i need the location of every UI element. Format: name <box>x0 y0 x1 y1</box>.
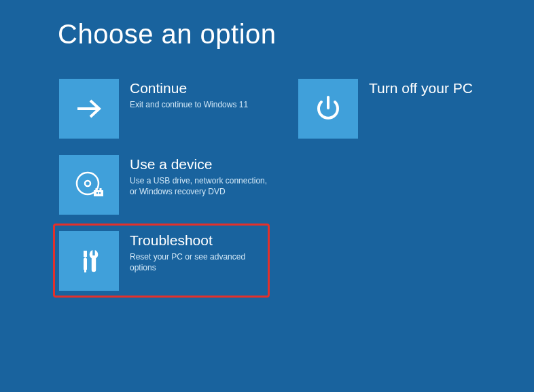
option-troubleshoot-text: Troubleshoot Reset your PC or see advanc… <box>130 231 271 274</box>
svg-rect-11 <box>84 270 86 272</box>
option-use-device-desc: Use a USB drive, network connection, or … <box>130 175 271 197</box>
svg-rect-6 <box>100 188 102 190</box>
option-turnoff-title: Turn off your PC <box>369 80 473 96</box>
grid-spacer <box>298 155 521 215</box>
tools-icon <box>59 231 119 291</box>
option-turnoff-text: Turn off your PC <box>369 79 473 99</box>
option-continue-title: Continue <box>130 80 248 96</box>
options-grid: Continue Exit and continue to Windows 11… <box>59 79 521 291</box>
svg-rect-8 <box>99 192 101 194</box>
svg-rect-9 <box>84 251 87 257</box>
option-use-device-title: Use a device <box>130 156 271 173</box>
svg-rect-7 <box>96 192 98 194</box>
option-troubleshoot-desc: Reset your PC or see advanced options <box>130 251 271 273</box>
svg-rect-12 <box>92 250 94 255</box>
device-disc-icon <box>59 155 119 215</box>
option-turnoff[interactable]: Turn off your PC <box>298 79 510 139</box>
power-icon <box>298 79 358 139</box>
option-continue-desc: Exit and continue to Windows 11 <box>130 99 248 110</box>
option-continue[interactable]: Continue Exit and continue to Windows 11 <box>59 79 271 139</box>
svg-marker-10 <box>84 257 87 270</box>
option-troubleshoot-title: Troubleshoot <box>130 232 271 249</box>
option-continue-text: Continue Exit and continue to Windows 11 <box>130 79 248 110</box>
svg-point-3 <box>85 181 90 186</box>
page-title: Choose an option <box>58 19 277 50</box>
svg-rect-4 <box>94 190 103 196</box>
svg-rect-5 <box>96 188 98 190</box>
arrow-right-icon <box>59 79 119 139</box>
option-use-device[interactable]: Use a device Use a USB drive, network co… <box>59 155 271 215</box>
option-troubleshoot[interactable]: Troubleshoot Reset your PC or see advanc… <box>59 231 271 291</box>
option-use-device-text: Use a device Use a USB drive, network co… <box>130 155 271 198</box>
